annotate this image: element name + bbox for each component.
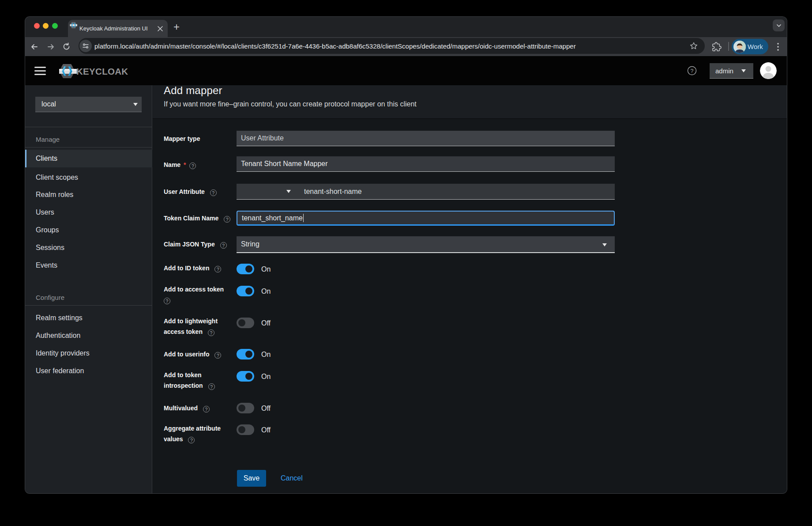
svg-text:KEYCLOAK: KEYCLOAK xyxy=(76,66,128,76)
svg-text:?: ? xyxy=(691,68,694,74)
